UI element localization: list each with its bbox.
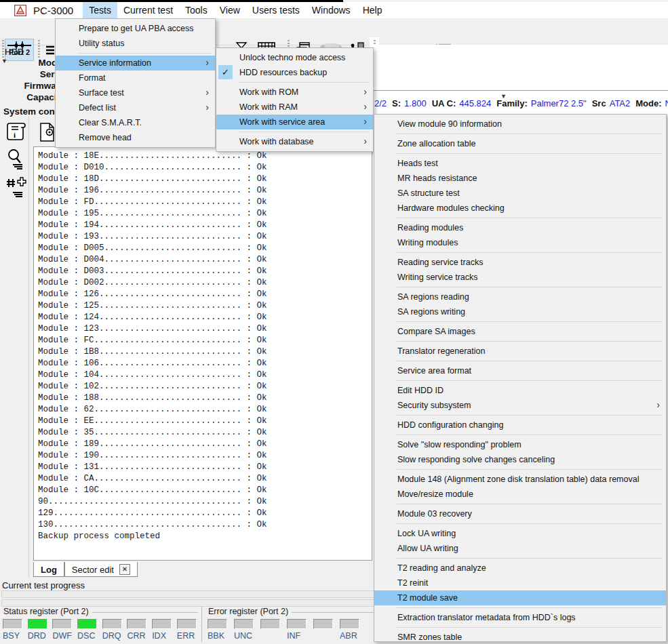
menu-item-sa-structure-test[interactable]: SA structure test (374, 186, 666, 201)
led-indicator (313, 619, 333, 629)
menu-item-hdd-configuration-changing[interactable]: HDD configuration changing (374, 418, 666, 432)
menu-item-reading-service-tracks[interactable]: Reading service tracks (374, 255, 666, 270)
led-cell-bbk: BBK (206, 619, 233, 641)
menu-item-view-module-90-information[interactable]: View module 90 information (374, 117, 666, 132)
submenu-arrow-icon: › (364, 116, 367, 127)
menu-item-heads-test[interactable]: Heads test (374, 156, 666, 171)
led-indicator-bbk (208, 619, 227, 629)
menu-item-module-03-recovery[interactable]: Module 03 recovery (374, 506, 666, 521)
submenu-arrow-icon: › (205, 102, 209, 113)
menubar-item-windows[interactable]: Windows (306, 2, 357, 18)
tab-log[interactable]: Log (33, 562, 64, 577)
menu-item-surface-test[interactable]: Surface test› (56, 85, 215, 100)
menu-item-label: MR heads resistance (397, 174, 477, 183)
menu-item-work-with-service-area[interactable]: Work with service area› (216, 115, 373, 129)
drive-info-ata2: ATA2 (610, 98, 631, 108)
menu-item-label: HDD configuration changing (397, 420, 503, 430)
menu-item-extraction-translator-metadata-from-hdd-s-logs[interactable]: Extraction translator metadata from HDD`… (374, 610, 666, 625)
menu-item-label: SA regions reading (397, 292, 469, 302)
menu-separator (397, 252, 663, 253)
menu-separator (397, 218, 663, 218)
menu-item-t2-reading-and-analyze[interactable]: T2 reading and analyze (374, 561, 666, 576)
submenu-arrow-icon: › (656, 399, 660, 410)
menu-item-hdd-resources-backup[interactable]: ✓HDD resources backup (216, 65, 373, 80)
menu-item-work-with-database[interactable]: Work with database› (216, 134, 373, 149)
menu-item-label: Format (79, 73, 106, 83)
menu-item-work-with-ram[interactable]: Work with RAM› (216, 100, 373, 115)
menu-separator (397, 607, 663, 608)
led-label: CRR (125, 631, 151, 641)
panel-divider (372, 90, 668, 91)
menu-item-edit-hdd-id[interactable]: Edit HDD ID (374, 383, 666, 398)
menu-item-compare-sa-images[interactable]: Compare SA images (374, 324, 666, 339)
menu-item-prepare-to-get-ua-pba-access[interactable]: Prepare to get UA PBA access (56, 21, 215, 36)
menu-item-label: Hardware modules checking (397, 203, 505, 213)
app-title: PC-3000 (33, 5, 73, 16)
menu-item-clear-s-m-a-r-t[interactable]: Clear S.M.A.R.T. (56, 115, 215, 130)
menu-item-unlock-techno-mode-access[interactable]: Unlock techno mode access (216, 50, 373, 65)
service-information-submenu: Unlock techno mode access✓HDD resources … (216, 47, 374, 152)
tab-label: Log (41, 565, 57, 575)
menu-item-move-resize-module[interactable]: Move/resize module (374, 487, 666, 502)
menu-item-remove-head[interactable]: Remove head (56, 130, 215, 145)
menu-item-utility-status[interactable]: Utility status (56, 36, 215, 51)
menu-item-sa-regions-reading[interactable]: SA regions reading (374, 289, 666, 304)
menu-item-service-area-format[interactable]: Service area format (374, 363, 666, 378)
document-gear-icon[interactable] (38, 122, 57, 142)
menu-item-module-148-alignment-zone-disk-translation-table-data-removal[interactable]: Module 148 (Alignment zone disk translat… (374, 472, 666, 487)
toolbar-grip[interactable] (2, 40, 4, 59)
menu-item-translator-regeneration[interactable]: Translator regeneration (374, 344, 666, 359)
menu-item-lock-ua-writing[interactable]: Lock UA writing (374, 526, 666, 541)
menubar-item-tools[interactable]: Tools (179, 2, 214, 18)
menu-item-label: Translator regeneration (397, 346, 485, 356)
menubar-item-users-tests[interactable]: Users tests (246, 2, 306, 18)
menubar-item-current-test[interactable]: Current test (117, 2, 179, 18)
menu-separator (397, 153, 663, 154)
led-cell-unlabeled (259, 619, 286, 641)
status-register-title: Status register (Port 2) (1, 607, 92, 616)
menu-item-label: Solve "slow responding" problem (397, 440, 522, 449)
side-icon-strip: i (0, 117, 28, 578)
menu-item-solve-slow-responding-problem[interactable]: Solve "slow responding" problem (374, 437, 666, 452)
menu-item-service-information[interactable]: Service information› (56, 56, 215, 71)
menu-item-label: SA structure test (397, 188, 460, 198)
menu-item-label: Edit HDD ID (397, 386, 444, 395)
menu-separator (397, 380, 663, 381)
menu-item-allow-ua-writing[interactable]: Allow UA writing (374, 541, 666, 556)
menu-item-defect-list[interactable]: Defect list› (56, 100, 215, 115)
menu-item-t2-module-save[interactable]: T2 module save (374, 590, 666, 605)
utility-grid-icon[interactable] (5, 176, 26, 199)
menu-item-writing-service-tracks[interactable]: Writing service tracks (374, 270, 666, 285)
menu-separator (397, 415, 663, 416)
menu-item-label: Move/resize module (397, 489, 473, 499)
menu-item-reading-modules[interactable]: Reading modules (374, 220, 666, 235)
toolbar-grip[interactable] (38, 40, 40, 59)
menu-item-writing-modules[interactable]: Writing modules (374, 235, 666, 250)
menu-item-label: Defect list (79, 103, 116, 113)
menu-item-smr-zones-table[interactable]: SMR zones table (374, 630, 666, 642)
drive-info-family: Family: (496, 98, 528, 108)
menu-item-zone-allocation-table[interactable]: Zone allocation table (374, 136, 666, 151)
title-bar: PC-3000 TestsCurrent testToolsViewUsers … (0, 2, 668, 18)
drive-info-s: S: (392, 98, 401, 108)
menu-item-mr-heads-resistance[interactable]: MR heads resistance (374, 171, 666, 186)
menu-item-security-subsystem[interactable]: Security subsystem› (374, 398, 666, 413)
menu-item-hardware-modules-checking[interactable]: Hardware modules checking (374, 201, 666, 216)
menubar-item-tests[interactable]: Tests (83, 2, 117, 18)
menu-item-label: Heads test (397, 159, 438, 168)
menu-item-work-with-rom[interactable]: Work with ROM› (216, 85, 373, 100)
menu-item-label: T2 reading and analyze (397, 563, 486, 573)
tab-sector-edit[interactable]: Sector edit ✕ (64, 562, 138, 577)
menu-item-t2-reinit[interactable]: T2 reinit (374, 576, 666, 590)
search-icon[interactable] (5, 148, 26, 171)
menu-item-format[interactable]: Format (56, 71, 215, 85)
close-icon[interactable]: ✕ (119, 564, 130, 575)
log-scroll-icon[interactable]: i (5, 121, 26, 144)
menu-item-label: Module 148 (Alignment zone disk translat… (397, 475, 639, 484)
menu-item-slow-responding-solve-changes-canceling[interactable]: Slow responding solve changes canceling (374, 452, 666, 467)
menubar-item-view[interactable]: View (214, 2, 246, 18)
menu-item-label: Security subsystem (397, 401, 471, 410)
submenu-arrow-icon: › (364, 86, 367, 97)
menubar-item-help[interactable]: Help (357, 2, 389, 18)
menu-item-sa-regions-writing[interactable]: SA regions writing (374, 304, 666, 319)
